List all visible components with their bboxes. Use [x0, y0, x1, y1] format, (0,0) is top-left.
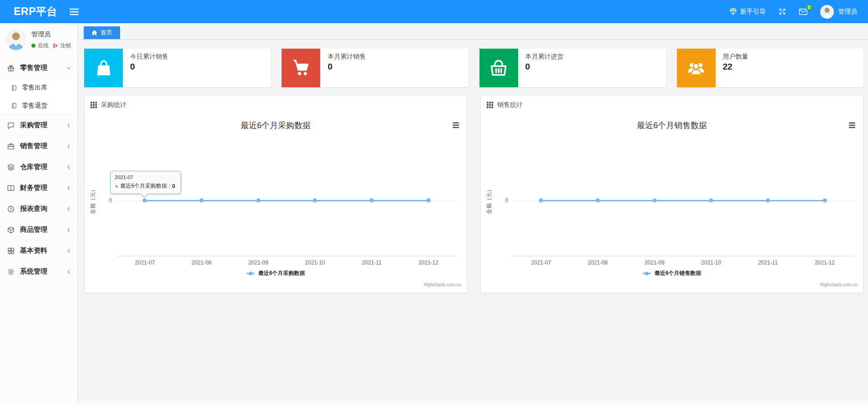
footer-divider: [78, 399, 868, 404]
charts-row: 采购统计 最近6个月采购数据 0 金额（元） 2021-07 ● 最近6个月采购…: [84, 95, 863, 293]
sidebar-item-label: 基本资料: [20, 246, 47, 255]
data-point[interactable]: [143, 199, 147, 203]
stat-value: 0: [130, 62, 168, 72]
x-axis-label: 2021-10: [305, 259, 325, 266]
gem-icon: [729, 8, 737, 15]
chevron-left-icon: [66, 269, 71, 274]
stat-card-today-sales: 今日累计销售 0: [84, 49, 271, 87]
legend-label: 最近6个月采购数据: [258, 269, 305, 277]
briefcase-icon: [7, 142, 15, 150]
data-point[interactable]: [313, 199, 317, 203]
series-bullet-icon: ●: [115, 183, 118, 190]
data-point[interactable]: [596, 199, 600, 203]
guide-button[interactable]: 新手引导: [729, 8, 766, 16]
table-grid-icon: [487, 102, 493, 108]
y-axis-tick: 0: [505, 197, 508, 204]
chevron-left-icon: [66, 165, 71, 170]
fullscreen-button[interactable]: [778, 8, 786, 15]
sidebar-toggle-icon[interactable]: [70, 8, 79, 15]
logout-label: 注销: [60, 42, 71, 50]
stat-card-month-purchase: 本月累计进货 0: [479, 49, 666, 87]
stat-card-user-count: 用户数量 22: [677, 49, 863, 87]
stat-label: 本月累计销售: [328, 53, 366, 61]
sidebar-item-system[interactable]: 系统管理: [0, 261, 77, 282]
sidebar-item-label: 财务管理: [20, 184, 47, 192]
sidebar-item-products[interactable]: 商品管理: [0, 219, 77, 240]
sidebar-item-sales[interactable]: 销售管理: [0, 136, 77, 157]
document-icon: [11, 85, 18, 91]
guide-label: 新手引导: [740, 8, 766, 16]
avatar: [5, 29, 26, 50]
main-content: 首页 今日累计销售 0 本月累计销售 0: [78, 23, 868, 404]
data-point[interactable]: [256, 199, 260, 203]
chevron-left-icon: [66, 123, 71, 128]
tooltip-series: 最近6个月采购数据: [120, 182, 167, 190]
x-axis-label: 2021-10: [701, 259, 721, 266]
gift-icon: [7, 64, 15, 72]
sidebar-item-label: 销售管理: [20, 142, 47, 150]
data-point[interactable]: [766, 199, 770, 203]
sidebar-item-basic-data[interactable]: 基本资料: [0, 240, 77, 261]
x-axis-label: 2021-08: [192, 259, 212, 266]
highcharts-credits-link[interactable]: Highcharts.com.cn: [820, 282, 858, 287]
chevron-left-icon: [66, 248, 71, 254]
panel-title: 采购统计: [101, 101, 126, 109]
highcharts-credits-link[interactable]: Highcharts.com.cn: [424, 282, 461, 287]
online-status-label: 在线: [38, 42, 49, 50]
username-label: 管理员: [838, 8, 857, 16]
tab-bar: 首页: [78, 23, 868, 40]
sidebar-item-label: 商品管理: [20, 225, 47, 234]
grid-icon: [7, 247, 15, 255]
sidebar-item-warehouse[interactable]: 仓库管理: [0, 157, 77, 178]
y-axis-title: 金额（元）: [89, 187, 97, 214]
data-point[interactable]: [539, 199, 543, 203]
sidebar-item-reports[interactable]: 报表查询: [0, 199, 77, 219]
sidebar-item-retail-return[interactable]: 零售退货: [0, 97, 77, 115]
legend-item[interactable]: 最近6个月采购数据: [85, 269, 467, 277]
data-point[interactable]: [200, 199, 204, 203]
home-icon: [91, 30, 97, 35]
avatar: [820, 5, 834, 19]
sidebar-item-label: 报表查询: [20, 204, 47, 213]
y-axis-title: 金额（元）: [485, 187, 493, 214]
navbar-right-group: 新手引导 0 管理员: [729, 5, 868, 19]
online-status-icon: [31, 44, 35, 48]
purchase-chart: 最近6个月采购数据 0 金额（元） 2021-07 ● 最近6个月采购数据: 0: [85, 115, 467, 293]
data-point[interactable]: [652, 199, 656, 203]
tab-home[interactable]: 首页: [84, 26, 120, 39]
sidebar-item-retail-outbound[interactable]: 零售出库: [0, 79, 77, 97]
x-axis-label: 2021-07: [531, 259, 551, 266]
chevron-down-icon: [66, 65, 71, 71]
clock-icon: [7, 205, 15, 213]
layers-icon: [7, 163, 15, 171]
panel-title: 销售统计: [497, 101, 523, 109]
data-point[interactable]: [370, 199, 374, 203]
users-icon: [677, 49, 716, 87]
logout-button[interactable]: 注销: [53, 42, 71, 50]
data-point[interactable]: [709, 199, 713, 203]
sidebar-item-label: 零售管理: [20, 64, 47, 72]
user-menu[interactable]: 管理员: [820, 5, 857, 19]
data-point[interactable]: [823, 199, 827, 203]
shopping-cart-icon: [282, 49, 320, 87]
sidebar-item-finance[interactable]: 财务管理: [0, 178, 77, 199]
x-axis-label: 2021-09: [645, 259, 665, 266]
stat-value: 0: [328, 62, 366, 72]
sidebar-item-label: 系统管理: [20, 267, 47, 276]
messages-button[interactable]: 0: [799, 8, 807, 15]
book-icon: [7, 184, 15, 192]
package-icon: [7, 226, 15, 234]
x-axis-label: 2021-12: [419, 259, 439, 266]
stat-card-month-sales: 本月累计销售 0: [282, 49, 468, 87]
sidebar-item-retail[interactable]: 零售管理: [0, 58, 77, 79]
comment-icon: [7, 121, 15, 130]
sidebar-item-purchase[interactable]: 采购管理: [0, 115, 77, 136]
data-point[interactable]: [426, 199, 430, 203]
series-line: [145, 200, 428, 201]
sidebar-menu: 零售管理 零售出库 零售退货 采购管理: [0, 58, 77, 282]
sidebar-user-info: 管理员 在线 注销: [31, 29, 71, 50]
user-name: 管理员: [31, 30, 71, 39]
legend-item[interactable]: 最近6个月销售数据: [481, 269, 863, 277]
stat-label: 用户数量: [723, 53, 748, 61]
stat-value: 0: [525, 62, 564, 72]
